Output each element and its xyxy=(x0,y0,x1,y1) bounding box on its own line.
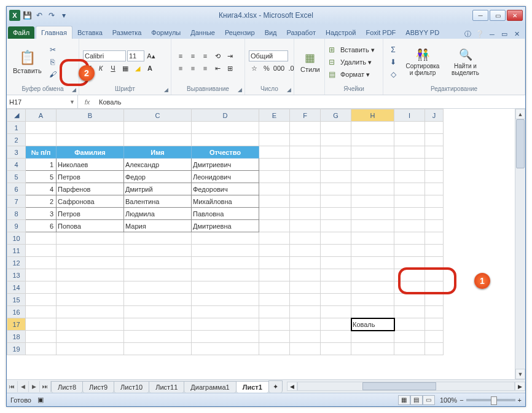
sheet-prev-icon[interactable]: ◀ xyxy=(18,381,29,392)
cell[interactable]: Отчество xyxy=(192,146,259,159)
new-sheet-button[interactable]: ✦ xyxy=(268,380,283,393)
cell[interactable]: 1 xyxy=(26,159,57,171)
number-launcher-icon[interactable]: ◢ xyxy=(285,86,292,93)
zoom-slider[interactable] xyxy=(466,399,515,401)
doc-close-icon[interactable]: ✕ xyxy=(512,30,522,38)
col-header[interactable]: J xyxy=(425,109,444,122)
align-center-icon[interactable]: ≡ xyxy=(187,63,198,74)
sheet-tab[interactable]: Лист11 xyxy=(149,381,184,393)
cell[interactable]: Николаев xyxy=(57,159,124,171)
autosum-icon[interactable]: Σ xyxy=(387,44,399,55)
row-header[interactable]: 7 xyxy=(7,195,26,208)
cell[interactable]: Валентина xyxy=(124,195,192,208)
cell[interactable]: Павловна xyxy=(192,208,259,220)
row-header[interactable]: 16 xyxy=(7,306,26,318)
col-header[interactable]: E xyxy=(259,109,290,122)
sheet-tab[interactable]: Лист10 xyxy=(114,381,149,393)
scroll-thumb[interactable] xyxy=(516,119,525,168)
row-header[interactable]: 2 xyxy=(7,134,26,146)
styles-button[interactable]: ▦ Стили xyxy=(298,50,323,74)
tab-abbyy[interactable]: ABBYY PD xyxy=(401,26,444,39)
col-header[interactable]: A xyxy=(26,109,57,122)
sort-filter-button[interactable]: 👫 Сортировка и фильтр xyxy=(402,47,444,77)
align-launcher-icon[interactable]: ◢ xyxy=(236,86,243,93)
tab-dev[interactable]: Разработ xyxy=(282,26,321,39)
align-top-icon[interactable]: ≡ xyxy=(175,50,186,61)
cell[interactable]: Парфенов xyxy=(57,183,124,195)
col-header[interactable]: D xyxy=(192,109,259,122)
maximize-button[interactable]: ▭ xyxy=(490,10,506,21)
row-header[interactable]: 1 xyxy=(7,122,26,134)
cell[interactable]: Федор xyxy=(124,171,192,183)
horizontal-scrollbar[interactable]: ◀ ▶ xyxy=(287,382,525,391)
cell[interactable]: Александр xyxy=(124,159,192,171)
row-header[interactable]: 15 xyxy=(7,294,26,306)
grow-font-icon[interactable]: A▴ xyxy=(146,50,157,61)
col-header[interactable]: B xyxy=(57,109,124,122)
row-header[interactable]: 8 xyxy=(7,208,26,220)
sheet-first-icon[interactable]: ⏮ xyxy=(7,381,18,392)
col-header[interactable]: H xyxy=(351,109,394,122)
cell[interactable]: Фамилия xyxy=(57,146,124,159)
active-cell[interactable]: Коваль xyxy=(351,318,394,331)
find-select-button[interactable]: 🔍 Найти и выделить xyxy=(446,47,485,77)
minimize-button[interactable]: ─ xyxy=(472,10,488,21)
indent-dec-icon[interactable]: ⇤ xyxy=(212,63,223,74)
doc-minimize-icon[interactable]: ─ xyxy=(487,31,497,38)
col-header[interactable]: C xyxy=(124,109,192,122)
tab-view[interactable]: Вид xyxy=(260,26,282,39)
cell[interactable]: Людмила xyxy=(124,208,192,220)
align-left-icon[interactable]: ≡ xyxy=(175,63,186,74)
row-header[interactable]: 13 xyxy=(7,269,26,281)
tab-file[interactable]: Файл xyxy=(8,26,34,39)
zoom-out-icon[interactable]: − xyxy=(460,396,463,404)
tab-foxit[interactable]: Foxit PDF xyxy=(361,26,401,39)
normal-view-icon[interactable]: ▦ xyxy=(398,395,410,405)
row-header[interactable]: 11 xyxy=(7,245,26,257)
font-launcher-icon[interactable]: ◢ xyxy=(162,86,170,93)
underline-button[interactable]: Ч xyxy=(108,63,119,74)
cell[interactable]: Дмитриевич xyxy=(192,159,259,171)
undo-icon[interactable]: ↶ xyxy=(34,10,45,21)
hscroll-thumb[interactable] xyxy=(362,382,436,390)
close-button[interactable]: ✕ xyxy=(507,10,523,21)
row-header[interactable]: 19 xyxy=(7,343,26,355)
help-icon[interactable]: ❔ xyxy=(475,30,485,38)
fill-icon[interactable]: ⬇ xyxy=(387,57,399,68)
row-header[interactable]: 18 xyxy=(7,331,26,343)
scroll-down-icon[interactable]: ▼ xyxy=(515,369,525,379)
italic-button[interactable]: К xyxy=(95,63,106,74)
row-header[interactable]: 12 xyxy=(7,257,26,269)
font-size-input[interactable] xyxy=(127,50,144,61)
sheet-tab-active[interactable]: Лист1 xyxy=(236,381,269,393)
page-break-icon[interactable]: ▭ xyxy=(423,395,435,405)
sheet-tab[interactable]: Лист8 xyxy=(51,381,83,393)
bold-button[interactable]: Ж xyxy=(83,63,94,74)
tab-layout[interactable]: Разметка xyxy=(108,26,147,39)
cell[interactable]: 4 xyxy=(26,183,57,195)
sheet-tab[interactable]: Диаграмма1 xyxy=(184,381,236,393)
select-all-button[interactable]: ◢ xyxy=(7,109,26,122)
scroll-right-icon[interactable]: ▶ xyxy=(515,382,525,391)
cell[interactable]: Мария xyxy=(124,220,192,232)
tab-data[interactable]: Данные xyxy=(186,26,220,39)
grid[interactable]: ◢ A B C D E F G H I J 1 2 3 № п/п Фамили… xyxy=(7,109,444,355)
row-header[interactable]: 17 xyxy=(7,318,26,331)
cell[interactable]: Сафронова xyxy=(57,195,124,208)
zoom-in-icon[interactable]: + xyxy=(518,396,522,404)
redo-icon[interactable]: ↷ xyxy=(46,10,57,21)
qat-dropdown-icon[interactable]: ▾ xyxy=(58,10,69,21)
row-header[interactable]: 4 xyxy=(7,159,26,171)
scroll-up-icon[interactable]: ▲ xyxy=(515,109,525,119)
font-name-input[interactable] xyxy=(83,50,126,61)
row-header[interactable]: 6 xyxy=(7,183,26,195)
namebox-dropdown-icon[interactable]: ▼ xyxy=(69,99,75,105)
orientation-icon[interactable]: ⟲ xyxy=(212,50,223,61)
cell[interactable]: 2 xyxy=(26,195,57,208)
tab-formulas[interactable]: Формулы xyxy=(146,26,186,39)
tab-insert[interactable]: Вставка xyxy=(72,26,108,39)
row-header[interactable]: 14 xyxy=(7,281,26,294)
macro-icon[interactable]: ▣ xyxy=(37,396,44,404)
format-cells-button[interactable]: ▤Формат ▾ xyxy=(329,68,375,81)
row-header[interactable]: 10 xyxy=(7,232,26,245)
